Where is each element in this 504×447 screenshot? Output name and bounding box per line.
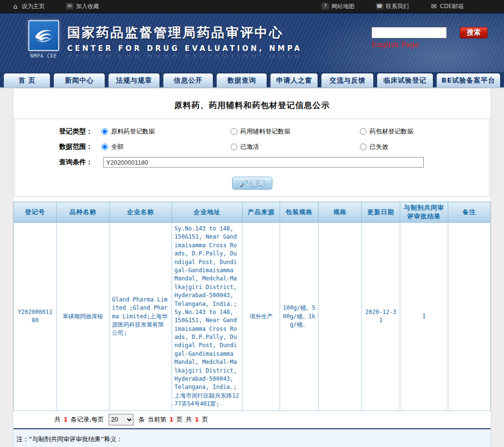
- pagination-current-suffix: 页: [176, 415, 183, 424]
- cde-mail-label: CDE邮箱: [440, 2, 464, 11]
- set-home-label: 设为主页: [22, 2, 45, 11]
- cell-update-date: 2020-12-31: [362, 223, 400, 411]
- cell-company-name: Gland Pharma Limited ;Gland Pharma Limit…: [110, 223, 172, 411]
- cell-reg-no: Y20200001180: [14, 223, 57, 411]
- tab-data-query[interactable]: 数据查询: [217, 73, 267, 87]
- site-title-en-reflection: CENTER FOR DRUG EVALUATION, NMPA: [67, 53, 302, 61]
- question-icon: ?: [321, 3, 329, 10]
- radio-packaging-input[interactable]: [360, 128, 367, 135]
- radio-excipient-input[interactable]: [231, 128, 237, 135]
- cell-review-result: I: [400, 223, 448, 411]
- cde-logo-icon: [28, 20, 59, 51]
- logo: NMPA CDE: [26, 20, 61, 59]
- query-condition-label: 查询条件：: [59, 158, 103, 167]
- cell-product-name: 苯磺顺阿曲库铵: [57, 223, 110, 411]
- add-favorite-link[interactable]: ✉ 加入收藏: [66, 2, 99, 11]
- mail-icon: ✉: [430, 3, 438, 10]
- pagination: 共 1 条记录,每页 20 条 当前第 1 页 共 1 页: [13, 411, 491, 429]
- pagination-current-prefix: 当前第: [148, 415, 166, 424]
- col-spec: 规格: [319, 202, 362, 223]
- tab-applicant-window[interactable]: 申请人之窗: [270, 73, 318, 87]
- data-range-label: 数据范围：: [59, 143, 101, 151]
- tab-info-disclosure[interactable]: 信息公开: [163, 73, 213, 87]
- results-table: 登记号 品种名称 企业名称 企业地址 产品来源 包装规格 规格 更新日期 与制剂…: [13, 202, 491, 411]
- topbar: ⌂ 设为主页 ✉ 加入收藏 ? 网站地图 ☎ 联系我们 ✉ CDE邮箱: [0, 0, 504, 13]
- col-company-address: 企业地址: [172, 202, 243, 223]
- radio-raw-material-input[interactable]: [101, 128, 108, 135]
- radio-all-input[interactable]: [101, 144, 108, 150]
- radio-all-label: 全部: [111, 143, 123, 151]
- col-reg-no: 登记号: [14, 202, 57, 223]
- radio-activated[interactable]: 已激活: [231, 143, 360, 151]
- site-header: NMPA CDE 国家药品监督管理局药品审评中心 CENTER FOR DRUG…: [0, 13, 504, 72]
- col-package: 包装规格: [280, 202, 319, 223]
- tab-clinical-trial[interactable]: 临床试验登记: [377, 73, 433, 87]
- legend-note: 注：“与制剂共同审评审批结果”释义： 符号 代表含义 A 已批准在上市制剂使用的…: [13, 429, 491, 447]
- tab-news[interactable]: 新闻中心: [54, 73, 105, 87]
- query-button-label: 查询: [251, 179, 264, 188]
- col-company-name: 企业名称: [110, 202, 172, 223]
- cell-company-address: Sy.No.143 to 148, 150&151, Near Gandimai…: [172, 223, 243, 411]
- col-remark: 备注: [448, 202, 491, 223]
- cell-remark: [448, 223, 491, 411]
- set-home-link[interactable]: ⌂ 设为主页: [12, 2, 45, 11]
- col-product-name: 品种名称: [57, 202, 110, 223]
- tab-home[interactable]: 首 页: [4, 73, 50, 87]
- sitemap-label: 网站地图: [332, 2, 355, 11]
- radio-raw-material-label: 原料药登记数据: [111, 127, 155, 136]
- reg-type-label: 登记类型：: [59, 127, 101, 136]
- table-row: Y20200001180 苯磺顺阿曲库铵 Gland Pharma Limite…: [14, 223, 491, 411]
- pagination-total-count: 1: [63, 416, 68, 423]
- radio-packaging[interactable]: 药包材登记数据: [360, 127, 489, 136]
- site-title-en: CENTER FOR DRUG EVALUATION, NMPA: [67, 44, 302, 53]
- radio-expired[interactable]: 已失效: [360, 143, 489, 151]
- pagination-total-suffix: 条记录,每页: [71, 415, 104, 424]
- col-review-result: 与制剂共同审评审批结果: [400, 202, 448, 223]
- logo-caption: NMPA CDE: [26, 53, 61, 59]
- pagination-size-unit: 条: [138, 415, 145, 424]
- cell-source: 境外生产: [243, 223, 280, 411]
- radio-raw-material[interactable]: 原料药登记数据: [101, 127, 231, 136]
- tab-feedback[interactable]: 交流与反馈: [321, 73, 373, 87]
- note-title: 注：“与制剂共同审评审批结果”释义：: [15, 433, 491, 447]
- site-search-button[interactable]: 搜索: [460, 27, 488, 38]
- radio-activated-input[interactable]: [231, 144, 237, 150]
- pagination-pages-suffix: 页: [202, 415, 208, 424]
- cell-package: 100g/桶。500g/桶。1kg/桶。: [280, 223, 319, 411]
- pagination-pages-prefix: 共: [185, 415, 192, 424]
- contact-label: 联系我们: [386, 2, 409, 11]
- sitemap-link[interactable]: ? 网站地图: [321, 2, 355, 11]
- cell-spec: [319, 223, 362, 411]
- pagination-total-pages: 1: [195, 416, 199, 423]
- magnifier-icon: 🔎: [240, 180, 248, 187]
- envelope-icon: ✉: [66, 3, 74, 10]
- page-title: 原料药、药用辅料和药包材登记信息公示: [13, 95, 491, 119]
- query-condition-input[interactable]: [103, 157, 424, 168]
- radio-activated-label: 已激活: [240, 143, 259, 151]
- query-button[interactable]: 🔎 查询: [232, 177, 272, 190]
- table-header-row: 登记号 品种名称 企业名称 企业地址 产品来源 包装规格 规格 更新日期 与制剂…: [14, 202, 491, 223]
- english-page-link[interactable]: English Page: [371, 40, 419, 49]
- cde-mail-link[interactable]: ✉ CDE邮箱: [430, 2, 464, 11]
- radio-excipient[interactable]: 药用辅料登记数据: [231, 127, 360, 136]
- radio-expired-label: 已失效: [369, 143, 388, 151]
- home-icon: ⌂: [12, 3, 19, 10]
- site-search-input[interactable]: [371, 27, 447, 38]
- content-area: 原料药、药用辅料和药包材登记信息公示 登记类型： 原料药登记数据 药用辅料登记数…: [0, 88, 504, 447]
- query-form: 登记类型： 原料药登记数据 药用辅料登记数据 药包材登记数据 数据范围：: [14, 119, 490, 197]
- main-nav: 首 页 新闻中心 法规与规章 信息公开 数据查询 申请人之窗 交流与反馈 临床试…: [0, 72, 504, 88]
- tab-be-platform[interactable]: BE试验备案平台: [437, 73, 500, 87]
- radio-all[interactable]: 全部: [101, 143, 231, 151]
- pagination-current-page: 1: [169, 416, 173, 423]
- contact-link[interactable]: ☎ 联系我们: [376, 2, 409, 11]
- page-size-select[interactable]: 20: [109, 414, 134, 425]
- pagination-total-prefix: 共: [54, 415, 61, 424]
- radio-packaging-label: 药包材登记数据: [369, 127, 413, 136]
- site-title-cn: 国家药品监督管理局药品审评中心: [67, 24, 302, 41]
- phone-icon: ☎: [376, 3, 383, 10]
- radio-expired-input[interactable]: [360, 144, 367, 150]
- col-update-date: 更新日期: [362, 202, 400, 223]
- tab-regulations[interactable]: 法规与规章: [109, 73, 160, 87]
- add-favorite-label: 加入收藏: [76, 2, 99, 11]
- col-source: 产品来源: [243, 202, 280, 223]
